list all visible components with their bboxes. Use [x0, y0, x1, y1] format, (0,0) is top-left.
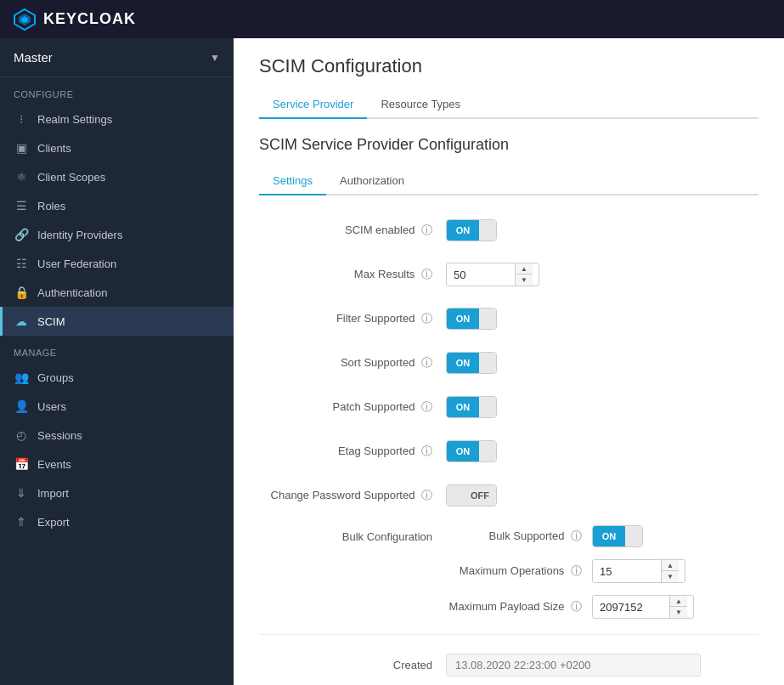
toggle-on-label: ON	[447, 220, 479, 241]
sidebar-item-label: SCIM	[37, 315, 65, 328]
sidebar-item-events[interactable]: 📅 Events	[0, 450, 234, 478]
toggle-off-label	[479, 353, 496, 373]
sidebar-item-roles[interactable]: ☰ Roles	[0, 191, 234, 220]
patch-supported-toggle[interactable]: ON	[446, 396, 497, 418]
realm-name: Master	[14, 50, 53, 65]
max-ops-increment[interactable]: ▲	[662, 560, 679, 571]
chevron-down-icon: ▼	[210, 52, 220, 64]
realm-selector[interactable]: Master ▼	[0, 38, 234, 77]
toggle-on-label: ON	[447, 397, 479, 417]
sidebar-item-label: Export	[37, 516, 70, 529]
main-layout: Master ▼ Configure ⁝ Realm Settings ▣ Cl…	[0, 38, 784, 685]
created-value: 13.08.2020 22:23:00 +0200	[446, 654, 701, 677]
etag-supported-control: ON	[446, 440, 759, 462]
settings-form: SCIM enabled ⓘ ON Max Results ⓘ	[259, 216, 759, 685]
scim-enabled-row: SCIM enabled ⓘ ON	[259, 216, 759, 245]
manage-section-label: Manage	[0, 336, 234, 363]
top-tab-nav: Service Provider Resource Types	[259, 91, 759, 119]
max-ops-decrement[interactable]: ▼	[662, 571, 679, 582]
change-password-help-icon: ⓘ	[421, 489, 432, 501]
sort-help-icon: ⓘ	[421, 356, 432, 369]
toggle-off-label	[479, 309, 496, 329]
lock-icon: 🔒	[14, 286, 29, 299]
max-operations-input[interactable]	[593, 562, 661, 581]
patch-help-icon: ⓘ	[421, 400, 432, 413]
etag-supported-row: Etag Supported ⓘ ON	[259, 437, 759, 466]
sidebar-item-realm-settings[interactable]: ⁝ Realm Settings	[0, 105, 234, 133]
filter-supported-control: ON	[446, 308, 759, 330]
link-icon: 🔗	[14, 228, 29, 241]
sidebar-item-authentication[interactable]: 🔒 Authentication	[0, 278, 234, 307]
max-results-input[interactable]	[447, 265, 515, 285]
scim-enabled-help-icon: ⓘ	[421, 224, 432, 236]
max-results-spinners: ▲ ▼	[515, 263, 533, 286]
max-results-increment[interactable]: ▲	[516, 263, 533, 275]
created-row: Created 13.08.2020 22:23:00 +0200	[259, 650, 759, 679]
sidebar-item-label: Groups	[37, 371, 74, 384]
sidebar-item-identity-providers[interactable]: 🔗 Identity Providers	[0, 220, 234, 249]
bulk-configuration-section: Bulk Configuration Bulk Supported ⓘ ON	[259, 525, 759, 619]
change-password-toggle[interactable]: OFF	[446, 484, 497, 507]
toggle-on-label: ON	[447, 353, 479, 373]
cloud-icon: ☁	[14, 314, 29, 328]
toggle-off-label	[479, 220, 496, 241]
patch-supported-row: Patch Supported ⓘ ON	[259, 393, 759, 422]
tab-resource-types[interactable]: Resource Types	[367, 91, 474, 119]
max-operations-input-wrap: ▲ ▼	[592, 559, 685, 583]
sidebar-item-label: User Federation	[37, 258, 116, 270]
sidebar-item-sessions[interactable]: ◴ Sessions	[0, 421, 234, 450]
share-icon: ⚛	[14, 170, 29, 184]
scim-enabled-toggle[interactable]: ON	[446, 219, 497, 241]
sidebar-item-user-federation[interactable]: ☷ User Federation	[0, 249, 234, 278]
toggle-off-label: OFF	[464, 485, 496, 506]
sub-tab-settings[interactable]: Settings	[259, 167, 326, 195]
max-results-decrement[interactable]: ▼	[516, 275, 533, 286]
logo: KEYCLOAK	[13, 8, 136, 31]
max-ops-help-icon: ⓘ	[571, 564, 582, 577]
sidebar-item-label: Clients	[37, 142, 71, 155]
sidebar-item-users[interactable]: 👤 Users	[0, 392, 234, 421]
filter-help-icon: ⓘ	[421, 312, 432, 325]
max-payload-increment[interactable]: ▲	[670, 596, 687, 607]
max-results-control: ▲ ▼	[446, 263, 759, 286]
sort-supported-label: Sort Supported ⓘ	[259, 355, 446, 371]
sidebar-item-label: Authentication	[37, 286, 107, 299]
sidebar: Master ▼ Configure ⁝ Realm Settings ▣ Cl…	[0, 38, 234, 685]
filter-supported-toggle[interactable]: ON	[446, 308, 497, 330]
sub-tab-nav: Settings Authorization	[259, 167, 759, 195]
sidebar-item-scim[interactable]: ☁ SCIM	[0, 307, 234, 336]
sort-supported-control: ON	[446, 352, 759, 374]
max-payload-input-wrap: ▲ ▼	[592, 595, 694, 619]
max-results-row: Max Results ⓘ ▲ ▼	[259, 260, 759, 289]
calendar-icon: 📅	[14, 457, 29, 471]
bulk-supported-toggle[interactable]: ON	[592, 525, 643, 547]
etag-help-icon: ⓘ	[421, 444, 432, 457]
max-payload-input[interactable]	[593, 597, 669, 617]
clock-icon: ◴	[14, 428, 29, 442]
grid-icon: ⁝	[14, 112, 29, 126]
import-icon: ⇓	[14, 486, 29, 500]
etag-supported-toggle[interactable]: ON	[446, 440, 497, 462]
sidebar-item-export[interactable]: ⇑ Export	[0, 507, 234, 536]
sidebar-item-groups[interactable]: 👥 Groups	[0, 363, 234, 392]
form-divider	[259, 634, 759, 635]
change-password-row: Change Password Supported ⓘ OFF	[259, 481, 759, 510]
sort-supported-toggle[interactable]: ON	[446, 352, 497, 374]
sidebar-item-client-scopes[interactable]: ⚛ Client Scopes	[0, 162, 234, 191]
sidebar-item-clients[interactable]: ▣ Clients	[0, 133, 234, 162]
max-payload-decrement[interactable]: ▼	[670, 607, 687, 618]
scim-enabled-label: SCIM enabled ⓘ	[259, 223, 446, 238]
sidebar-item-import[interactable]: ⇓ Import	[0, 478, 234, 507]
tab-service-provider[interactable]: Service Provider	[259, 91, 367, 119]
max-results-label: Max Results ⓘ	[259, 267, 446, 282]
configure-section-label: Configure	[0, 77, 234, 105]
filter-supported-row: Filter Supported ⓘ ON	[259, 304, 759, 333]
section-title: SCIM Service Provider Configuration	[259, 136, 759, 154]
max-results-input-wrap: ▲ ▼	[446, 263, 539, 286]
max-payload-label: Maximum Payload Size ⓘ	[446, 599, 582, 614]
sidebar-item-label: Client Scopes	[37, 171, 105, 184]
topbar: KEYCLOAK	[0, 0, 784, 38]
patch-supported-label: Patch Supported ⓘ	[259, 399, 446, 415]
sub-tab-authorization[interactable]: Authorization	[326, 167, 418, 195]
toggle-off-label	[625, 526, 642, 546]
